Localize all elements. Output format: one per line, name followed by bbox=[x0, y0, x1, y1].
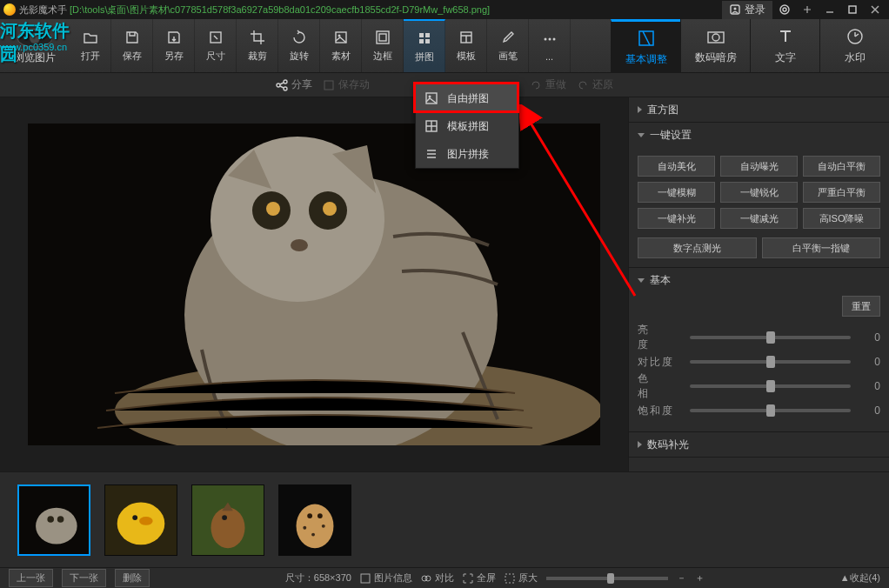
info-icon bbox=[360, 573, 371, 584]
close-button[interactable] bbox=[865, 2, 886, 17]
share-button[interactable]: 分享 bbox=[276, 77, 312, 92]
template-icon bbox=[458, 29, 475, 46]
saveas-button[interactable]: 另存 bbox=[153, 19, 195, 72]
thumbnail-2[interactable] bbox=[104, 484, 177, 556]
svg-rect-13 bbox=[425, 33, 430, 37]
section-basic[interactable]: 基本 bbox=[629, 268, 889, 292]
template-button[interactable]: 模板 bbox=[445, 19, 487, 72]
auto-beautify-button[interactable]: 自动美化 bbox=[638, 156, 715, 177]
svg-point-2 bbox=[780, 5, 789, 14]
original-size-button[interactable]: 原大 bbox=[505, 571, 538, 585]
crop-button[interactable]: 裁剪 bbox=[237, 19, 278, 72]
svg-point-44 bbox=[139, 517, 153, 525]
oneclick-filllight-button[interactable]: 一键补光 bbox=[638, 208, 715, 229]
canvas-area[interactable] bbox=[0, 97, 628, 471]
auto-exposure-button[interactable]: 自动曝光 bbox=[720, 156, 798, 177]
section-oneclick[interactable]: 一键设置 bbox=[629, 123, 889, 147]
next-button[interactable]: 下一张 bbox=[62, 569, 106, 587]
original-icon bbox=[505, 573, 515, 584]
zoom-minus-icon[interactable]: － bbox=[677, 571, 686, 585]
layout-icon bbox=[424, 119, 438, 133]
oneclick-blur-button[interactable]: 一键模糊 bbox=[638, 182, 715, 203]
tab-text[interactable]: 文字 bbox=[750, 19, 819, 72]
tab-basic-adjust[interactable]: 基本调整 bbox=[611, 19, 680, 72]
high-iso-denoise-button[interactable]: 高ISO降噪 bbox=[803, 208, 880, 229]
oneclick-reducelight-button[interactable]: 一键减光 bbox=[720, 208, 798, 229]
slider-thumb[interactable] bbox=[766, 331, 775, 344]
svg-point-19 bbox=[552, 37, 555, 40]
saturation-slider[interactable] bbox=[690, 409, 851, 412]
border-button[interactable]: 边框 bbox=[362, 19, 404, 72]
brush-button[interactable]: 画笔 bbox=[487, 19, 529, 72]
eye-icon bbox=[16, 26, 54, 50]
heavy-whitebalance-button[interactable]: 严重白平衡 bbox=[803, 182, 880, 203]
maximize-button[interactable] bbox=[842, 2, 863, 17]
oneclick-sharpen-button[interactable]: 一键锐化 bbox=[720, 182, 798, 203]
slider-thumb[interactable] bbox=[607, 573, 614, 584]
open-button[interactable]: 打开 bbox=[70, 19, 111, 72]
hue-slider[interactable] bbox=[690, 384, 851, 388]
tab-darkroom[interactable]: 数码暗房 bbox=[680, 19, 750, 72]
settings-icon[interactable] bbox=[774, 2, 795, 17]
login-button[interactable]: 登录 bbox=[722, 1, 772, 19]
section-histogram[interactable]: 直方图 bbox=[629, 97, 889, 122]
delete-button[interactable]: 删除 bbox=[115, 569, 150, 587]
image-info-button[interactable]: 图片信息 bbox=[360, 571, 412, 585]
camera-icon bbox=[705, 26, 726, 47]
minimize-button[interactable] bbox=[819, 2, 840, 17]
size-button[interactable]: 尺寸 bbox=[195, 19, 237, 72]
pin-icon[interactable] bbox=[797, 2, 818, 17]
size-label: 尺寸：658×370 bbox=[285, 571, 351, 585]
thumbnail-3[interactable] bbox=[191, 484, 264, 556]
whitebalance-onekey-button[interactable]: 白平衡一指键 bbox=[762, 237, 881, 258]
svg-point-38 bbox=[36, 507, 77, 544]
zoom-plus-icon[interactable]: ＋ bbox=[695, 571, 705, 585]
share-icon bbox=[276, 79, 288, 91]
window-title: 光影魔术手 [D:\tools\桌面\图片素材\c077851d578f3a69… bbox=[19, 3, 722, 17]
svg-point-18 bbox=[548, 37, 551, 40]
rotate-button[interactable]: 旋转 bbox=[278, 19, 320, 72]
slider-thumb[interactable] bbox=[766, 404, 775, 417]
digital-spot-meter-button[interactable]: 数字点测光 bbox=[638, 237, 757, 258]
disk-icon bbox=[323, 79, 335, 91]
reset-button[interactable]: 重置 bbox=[842, 296, 880, 317]
svg-point-22 bbox=[712, 34, 719, 41]
collage-button[interactable]: 拼图 bbox=[404, 19, 445, 72]
svg-point-57 bbox=[425, 576, 431, 581]
prev-button[interactable]: 上一张 bbox=[9, 569, 53, 587]
contrast-slider-row: 对比度 0 bbox=[638, 350, 880, 374]
tab-watermark[interactable]: 水印 bbox=[819, 19, 889, 72]
section-digitalfill[interactable]: 数码补光 bbox=[629, 432, 889, 457]
slider-thumb[interactable] bbox=[766, 380, 775, 392]
saturation-slider-row: 饱和度 0 bbox=[638, 398, 880, 423]
resize-icon bbox=[207, 29, 224, 46]
save-button[interactable]: 保存 bbox=[111, 19, 153, 72]
free-collage-item[interactable]: 自由拼图 bbox=[416, 84, 518, 112]
svg-rect-27 bbox=[324, 81, 333, 90]
svg-rect-10 bbox=[377, 31, 389, 43]
zoom-slider[interactable] bbox=[546, 577, 668, 580]
thumbnail-4[interactable] bbox=[278, 484, 351, 556]
thumbnail-1[interactable] bbox=[17, 484, 90, 556]
brightness-slider[interactable] bbox=[690, 336, 851, 339]
auto-whitebalance-button[interactable]: 自动白平衡 bbox=[803, 156, 880, 177]
slider-thumb[interactable] bbox=[766, 356, 775, 368]
image-splice-item[interactable]: 图片拼接 bbox=[416, 140, 518, 168]
svg-rect-12 bbox=[419, 33, 424, 37]
main-toolbar: 河东软件园 www.pc0359.cn 浏览图片 打开 保存 另存 尺寸 裁剪 … bbox=[0, 19, 889, 73]
collapse-button[interactable]: ▲收起(4) bbox=[840, 571, 880, 585]
compare-button[interactable]: 对比 bbox=[421, 571, 454, 585]
material-button[interactable]: 素材 bbox=[320, 19, 362, 72]
more-button[interactable]: ... bbox=[529, 19, 571, 72]
fullscreen-button[interactable]: 全屏 bbox=[463, 571, 496, 585]
svg-point-3 bbox=[783, 8, 786, 11]
brightness-slider-row: 亮度 0 bbox=[638, 325, 880, 350]
svg-point-1 bbox=[734, 8, 737, 10]
template-collage-item[interactable]: 模板拼图 bbox=[416, 112, 518, 140]
collage-dropdown: 自由拼图 模板拼图 图片拼接 bbox=[415, 84, 519, 169]
restore-icon bbox=[577, 79, 589, 91]
crop-icon bbox=[249, 29, 266, 46]
contrast-slider[interactable] bbox=[690, 360, 851, 364]
svg-point-35 bbox=[323, 202, 337, 216]
browse-button[interactable]: 河东软件园 www.pc0359.cn 浏览图片 bbox=[0, 19, 70, 72]
